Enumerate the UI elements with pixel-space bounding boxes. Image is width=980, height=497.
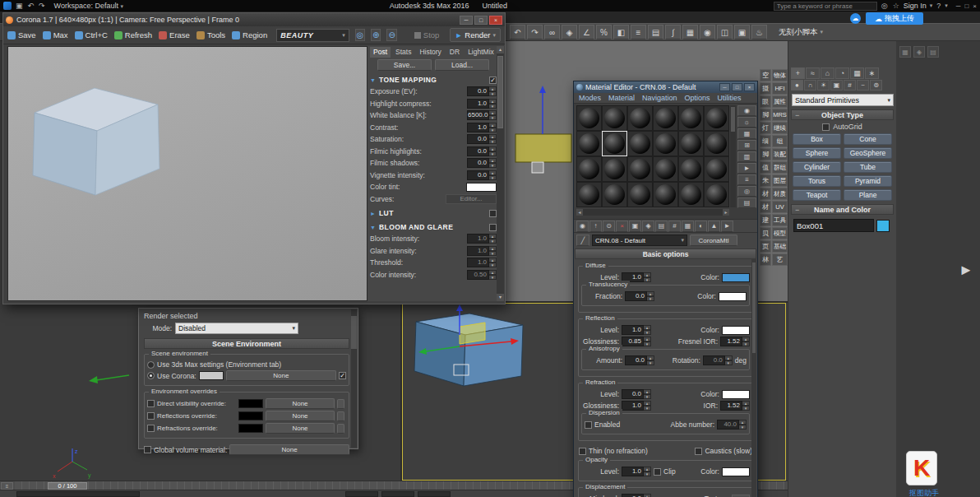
save-icon[interactable]: ▣: [15, 2, 24, 10]
backlight-icon[interactable]: ☼: [737, 117, 756, 128]
object-type-button[interactable]: GeoSphere: [844, 147, 892, 159]
material-sample-slot[interactable]: [653, 182, 678, 207]
k-plugin-badge[interactable]: K: [906, 451, 937, 485]
script-button[interactable]: MRS: [772, 109, 788, 121]
object-type-button[interactable]: Pyramid: [844, 175, 892, 187]
opacity-level-spinner[interactable]: 1.0▴▾: [622, 467, 651, 476]
vfb-tab[interactable]: DR: [446, 47, 463, 58]
material-sample-slot[interactable]: [678, 182, 704, 207]
override-map-button[interactable]: None: [266, 423, 335, 434]
object-type-button[interactable]: Sphere: [793, 147, 841, 159]
helpers-category[interactable]: #: [844, 80, 856, 91]
material-sample-slot[interactable]: [678, 156, 704, 182]
zoom-in-icon[interactable]: ⊕: [371, 29, 381, 41]
assign-to-selection-icon[interactable]: ⊙: [603, 221, 615, 232]
primitives-dropdown[interactable]: Standard Primitives▾: [792, 94, 894, 106]
undo-icon[interactable]: ↶: [510, 25, 525, 39]
modify-tab[interactable]: ≈: [806, 67, 820, 79]
param-spinner[interactable]: 1.0▴▾: [467, 123, 497, 132]
param-spinner[interactable]: 1.0▴▾: [467, 99, 497, 109]
save-image-button[interactable]: Save: [7, 30, 36, 39]
script-button[interactable]: 材质: [772, 188, 788, 200]
k-plugin-caption[interactable]: 抠图助手: [899, 488, 949, 497]
layer-manager-icon[interactable]: ▤: [648, 25, 663, 39]
override-checkbox[interactable]: [147, 425, 155, 432]
panel-expand-arrow-icon[interactable]: ►: [959, 262, 973, 279]
sign-in-button[interactable]: Sign In: [904, 2, 927, 10]
render-button[interactable]: ►Render▾: [450, 28, 501, 42]
material-sample-slot[interactable]: [576, 182, 602, 207]
bloom-glare-header[interactable]: ▼BLOOM AND GLARE: [370, 221, 497, 233]
snap-toggle-icon[interactable]: ◈: [562, 25, 577, 39]
object-color-swatch[interactable]: [876, 220, 890, 232]
displacement-texture-button[interactable]: [732, 495, 750, 497]
angle-snap-icon[interactable]: ∠: [579, 25, 594, 39]
opacity-color-swatch[interactable]: [722, 467, 750, 476]
object-type-button[interactable]: Torus: [793, 175, 841, 187]
script-button[interactable]: 基础: [772, 240, 788, 253]
reflection-glossiness-spinner[interactable]: 0.85▴▾: [622, 337, 651, 346]
reset-map-icon[interactable]: ×: [616, 221, 628, 232]
object-type-button[interactable]: Plane: [844, 189, 892, 201]
vfb-tab[interactable]: LightMix: [465, 47, 497, 58]
zoom-out-icon[interactable]: ⊖: [386, 29, 396, 41]
upload-button[interactable]: ☁拖拽上传: [866, 12, 923, 25]
go-to-sibling-icon[interactable]: ►: [721, 221, 733, 232]
material-editor-icon[interactable]: ◉: [700, 25, 715, 39]
material-id-icon[interactable]: #: [668, 221, 681, 232]
object-type-button[interactable]: Cone: [844, 133, 892, 145]
script-button[interactable]: 脚: [760, 148, 771, 160]
material-sample-slot[interactable]: [602, 105, 627, 131]
geometry-category[interactable]: ●: [791, 80, 803, 91]
material-sample-slot[interactable]: [602, 156, 627, 182]
put-to-scene-icon[interactable]: ↑: [589, 221, 602, 232]
script-button[interactable]: 脚: [760, 109, 771, 121]
param-spinner[interactable]: 0.0▴▾: [467, 134, 497, 144]
time-slider-handle[interactable]: 0 / 100: [48, 482, 87, 490]
anisotropy-amount-spinner[interactable]: 0.0▴▾: [625, 355, 654, 365]
display-tab[interactable]: ▦: [850, 67, 864, 79]
schematic-view-icon[interactable]: ▦: [682, 25, 698, 39]
material-sample-slot[interactable]: [678, 105, 704, 131]
param-spinner[interactable]: 1.0▴▾: [467, 258, 497, 267]
caustics-checkbox[interactable]: [695, 448, 702, 455]
dispersion-enabled-checkbox[interactable]: [585, 421, 592, 429]
tools-button[interactable]: Tools: [196, 30, 225, 39]
vfb-tab[interactable]: Stats: [392, 47, 414, 58]
vfb-tab[interactable]: Post: [370, 47, 391, 58]
tone-mapping-header[interactable]: ▼TONE MAPPING: [370, 74, 497, 86]
fresnel-ior-spinner[interactable]: 1.52▴▾: [720, 337, 750, 346]
close-icon[interactable]: ×: [973, 2, 977, 10]
scrollbar[interactable]: ◄►: [576, 209, 729, 216]
scrollbar[interactable]: [730, 105, 736, 207]
help-icon[interactable]: ?: [936, 2, 941, 10]
search-icon[interactable]: ◎: [881, 2, 889, 10]
script-button[interactable]: 材: [760, 188, 771, 200]
material-sample-slot[interactable]: [576, 105, 602, 131]
refraction-ior-spinner[interactable]: 1.52▴▾: [720, 401, 750, 411]
override-map-button[interactable]: None: [266, 411, 335, 421]
refraction-color-swatch[interactable]: [722, 390, 750, 399]
environment-map-checkbox[interactable]: [339, 372, 346, 379]
vfb-tab[interactable]: History: [416, 47, 444, 58]
app-icon[interactable]: [3, 2, 12, 10]
override-mini-button[interactable]: [337, 411, 344, 421]
script-button[interactable]: 朱: [760, 174, 771, 187]
override-color-swatch[interactable]: [238, 399, 263, 408]
override-checkbox[interactable]: [147, 400, 155, 407]
object-type-rollout[interactable]: −Object Type: [791, 109, 894, 120]
object-type-button[interactable]: Box: [793, 133, 841, 145]
render-channel-select[interactable]: BEAUTY▾: [276, 29, 349, 42]
script-button[interactable]: 继续: [772, 122, 788, 134]
material-sample-slot[interactable]: [678, 131, 704, 156]
script-button[interactable]: 物体: [772, 69, 788, 81]
pick-material-eyedropper-icon[interactable]: ╱: [576, 235, 589, 246]
override-map-button[interactable]: None: [266, 398, 335, 409]
reflection-level-spinner[interactable]: 1.0▴▾: [622, 325, 651, 335]
script-button[interactable]: 摄: [760, 82, 771, 95]
put-to-library-icon[interactable]: ▤: [655, 221, 668, 232]
material-editor-titlebar[interactable]: Material Editor - CRN.08 - Default ─ □ ×: [574, 81, 757, 93]
reflection-color-swatch[interactable]: [722, 326, 750, 335]
clip-checkbox[interactable]: [654, 468, 661, 476]
object-type-button[interactable]: Cylinder: [793, 161, 841, 173]
